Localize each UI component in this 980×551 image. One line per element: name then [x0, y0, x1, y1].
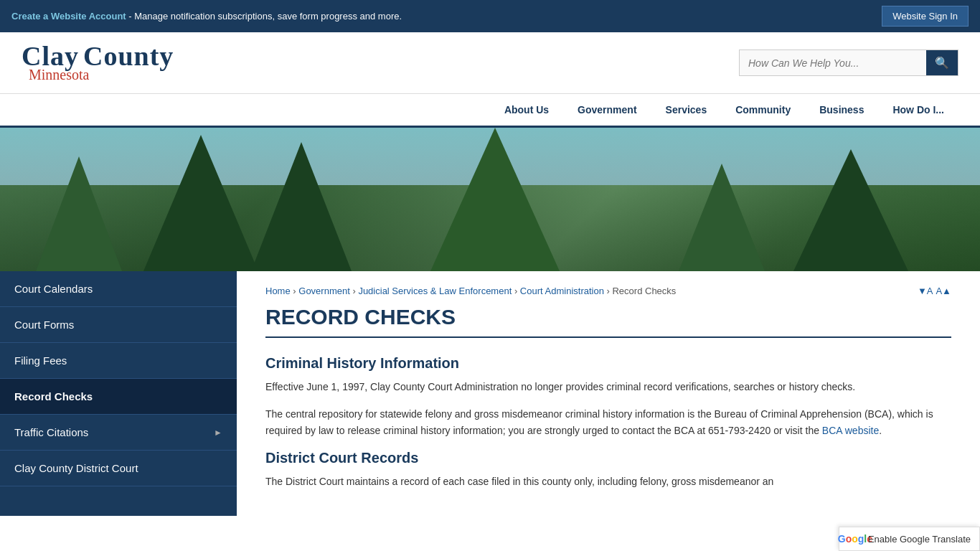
search-box: 🔍 [739, 50, 958, 76]
main-content: Home › Government › Judicial Services & … [237, 271, 980, 516]
logo-minnesota: Minnesota [29, 67, 174, 83]
font-controls: ▼A A▲ [918, 286, 951, 296]
search-input[interactable] [740, 52, 926, 75]
sidebar-item-court-forms[interactable]: Court Forms [0, 307, 237, 343]
logo-clay: Clay [22, 42, 79, 70]
breadcrumb-home[interactable]: Home [265, 286, 291, 296]
nav-community[interactable]: Community [721, 94, 805, 126]
sidebar-item-label: Court Forms [14, 319, 74, 331]
sidebar-item-label: Court Calendars [14, 283, 93, 295]
sidebar-item-district-court[interactable]: Clay County District Court [0, 451, 237, 486]
breadcrumb-court-admin[interactable]: Court Administration [520, 286, 604, 296]
sidebar-item-traffic-citations[interactable]: Traffic Citations ► [0, 415, 237, 451]
search-area: 🔍 [739, 50, 958, 76]
breadcrumb-current: Record Checks [612, 286, 676, 296]
sidebar-item-court-calendars[interactable]: Court Calendars [0, 271, 237, 307]
hero-image [0, 128, 980, 271]
section-text-criminal-1: Effective June 1, 1997, Clay County Cour… [265, 379, 951, 395]
breadcrumb-judicial[interactable]: Judicial Services & Law Enforcement [358, 286, 512, 296]
bca-website-link[interactable]: BCA website [822, 425, 879, 436]
section-text-criminal-2: The central repository for statewide fel… [265, 406, 951, 438]
logo: Clay County Minnesota [22, 42, 174, 83]
search-button[interactable]: 🔍 [926, 50, 958, 75]
page-title: Record Checks [265, 305, 951, 338]
main-nav: About Us Government Services Community B… [0, 94, 980, 128]
nav-government[interactable]: Government [563, 94, 651, 126]
font-increase-button[interactable]: A▲ [936, 286, 951, 296]
sidebar-item-record-checks[interactable]: Record Checks [0, 379, 237, 415]
nav-business[interactable]: Business [805, 94, 878, 126]
sidebar-item-label: Clay County District Court [14, 462, 138, 474]
breadcrumb-government[interactable]: Government [298, 286, 350, 296]
nav-about-us[interactable]: About Us [490, 94, 563, 126]
section-title-criminal: Criminal History Information [265, 355, 951, 372]
breadcrumb-sep: › [514, 286, 520, 296]
top-bar: Create a Website Account - Manage notifi… [0, 0, 980, 32]
sign-in-button[interactable]: Website Sign In [882, 6, 969, 27]
nav-how-do-i[interactable]: How Do I... [878, 94, 958, 126]
font-decrease-button[interactable]: ▼A [918, 286, 933, 296]
top-bar-text: - Manage notification subscriptions, sav… [128, 11, 402, 22]
section-title-district: District Court Records [265, 450, 951, 466]
sidebar-item-filing-fees[interactable]: Filing Fees [0, 343, 237, 379]
expand-arrow-icon: ► [214, 428, 222, 438]
logo-county: County [83, 42, 174, 70]
site-header: Clay County Minnesota 🔍 [0, 32, 980, 94]
section-text-district-1: The District Court maintains a record of… [265, 474, 951, 489]
top-bar-message: Create a Website Account - Manage notifi… [11, 11, 402, 22]
sidebar: Court Calendars Court Forms Filing Fees … [0, 271, 237, 516]
sidebar-item-label: Record Checks [14, 390, 93, 402]
nav-services[interactable]: Services [651, 94, 722, 126]
sidebar-item-label: Filing Fees [14, 354, 67, 367]
sidebar-item-label: Traffic Citations [14, 426, 88, 438]
create-account-link[interactable]: Create a Website Account [11, 11, 126, 22]
breadcrumb-path: Home › Government › Judicial Services & … [265, 286, 676, 296]
content-area: Court Calendars Court Forms Filing Fees … [0, 271, 980, 516]
breadcrumb: Home › Government › Judicial Services & … [265, 286, 951, 296]
